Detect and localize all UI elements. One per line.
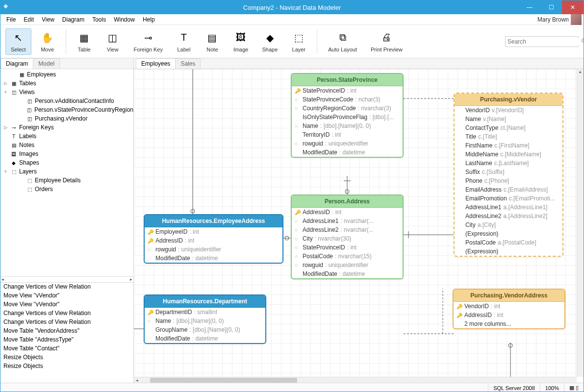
- history-item[interactable]: Change Vertices of View Relation: [0, 309, 133, 318]
- menu-view[interactable]: View: [38, 15, 58, 24]
- tool-layer[interactable]: ⬚Layer: [286, 29, 311, 54]
- column-row[interactable]: 🔑EmployeeID: int: [145, 227, 282, 236]
- tree-item[interactable]: 🖼Images: [0, 149, 133, 158]
- history-item[interactable]: Move Table "VendorAddress": [0, 327, 133, 336]
- tree-item[interactable]: ◆Shapes: [0, 158, 133, 167]
- column-row[interactable]: MiddleName c.[MiddleName]: [455, 150, 562, 159]
- tool-auto-layout[interactable]: ⧉Auto Layout: [323, 29, 362, 54]
- tool-foreign-key[interactable]: ⊸Foreign Key: [129, 29, 168, 54]
- sidebar-tab-model[interactable]: Model: [33, 58, 60, 69]
- menu-help[interactable]: Help: [139, 15, 159, 24]
- tree-item[interactable]: ▿⬚Layers: [0, 167, 133, 176]
- column-row[interactable]: IsOnlyStateProvinceFlag: [dbo].[...: [292, 113, 403, 122]
- history-item[interactable]: Change Vertices of View Relation: [0, 318, 133, 327]
- column-row[interactable]: ◇CountryRegionCode: nvarchar(3): [292, 104, 403, 113]
- entity-vvendor[interactable]: Purchasing.vVendorVendorID v.[VendorID]N…: [454, 93, 563, 257]
- tree-item[interactable]: ▷⊸Foreign Keys: [0, 123, 133, 132]
- column-row[interactable]: PostalCode a.[PostalCode]: [455, 238, 562, 247]
- tree-item[interactable]: TLabels: [0, 132, 133, 141]
- entity-stateprov[interactable]: Person.StateProvince🔑StateProvinceID: in…: [291, 73, 404, 158]
- column-row[interactable]: Phone c.[Phone]: [455, 176, 562, 185]
- column-row[interactable]: 🔑DepartmentID: smallint: [145, 308, 265, 317]
- tree-item[interactable]: ◫Purchasing.vVendor: [0, 114, 133, 123]
- menu-window[interactable]: Window: [110, 15, 139, 24]
- entity-header[interactable]: HumanResources.EmployeeAddress: [145, 215, 282, 227]
- column-row[interactable]: ContactType ct.[Name]: [455, 123, 562, 132]
- tool-view[interactable]: ◫View: [101, 29, 125, 54]
- tree-item[interactable]: ⬚Employee Details: [0, 176, 133, 185]
- menu-tools[interactable]: Tools: [88, 15, 110, 24]
- column-row[interactable]: Suffix c.[Suffix]: [455, 168, 562, 176]
- entity-header[interactable]: Person.Address: [292, 196, 403, 208]
- history-item[interactable]: Move View "vVendor": [0, 300, 133, 309]
- menu-edit[interactable]: Edit: [20, 15, 38, 24]
- entity-header[interactable]: Person.StateProvince: [292, 74, 403, 86]
- entity-dept[interactable]: HumanResources.Department🔑DepartmentID: …: [144, 294, 266, 344]
- column-row[interactable]: ModifiedDate: datetime: [292, 148, 403, 157]
- search-input[interactable]: 🔍: [505, 36, 579, 47]
- column-row[interactable]: FirstName c.[FirstName]: [455, 141, 562, 150]
- menu-diagram[interactable]: Diagram: [58, 15, 88, 24]
- tree-item[interactable]: ▷▦Tables: [0, 79, 133, 88]
- tree-item[interactable]: ◫Person.vAdditionalContactInfo: [0, 97, 133, 105]
- status-view-icons[interactable]: ▦ ▯: [564, 383, 584, 392]
- tree-item[interactable]: ◫Person.vStateProvinceCountryRegion: [0, 105, 133, 114]
- tool-note[interactable]: ▤Note: [200, 29, 225, 54]
- menu-file[interactable]: File: [2, 15, 20, 24]
- history-item[interactable]: Move Table "Contact": [0, 344, 133, 353]
- minimize-button[interactable]: —: [519, 0, 540, 14]
- column-row[interactable]: 🔑VendorID: int: [454, 302, 564, 311]
- close-button[interactable]: ✕: [562, 0, 584, 14]
- column-row[interactable]: ◇PostalCode: nvarchar(15): [292, 252, 403, 261]
- entity-header[interactable]: Purchasing.vVendor: [455, 94, 562, 106]
- maximize-button[interactable]: ☐: [540, 0, 562, 14]
- column-row[interactable]: 🔑AddressID: int: [145, 236, 282, 245]
- column-row[interactable]: ◇Name: [dbo].[Name](0, 0): [145, 317, 265, 325]
- column-row[interactable]: (Expression): [455, 229, 562, 238]
- column-row[interactable]: ◇AddressLine1: nvarchar(...: [292, 217, 403, 225]
- column-row[interactable]: ◇AddressLine2: nvarchar(...: [292, 225, 403, 234]
- h-scrollbar[interactable]: ◂: [134, 377, 577, 383]
- column-row[interactable]: ◇rowguid: uniqueidentifier: [292, 139, 403, 148]
- column-row[interactable]: GroupName: [dbo].[Name](0, 0): [145, 325, 265, 334]
- tool-image[interactable]: 🖼Image: [229, 29, 254, 54]
- column-row[interactable]: ModifiedDate: datetime: [145, 334, 265, 343]
- tool-select[interactable]: ↖Select: [5, 28, 31, 55]
- column-row[interactable]: EmailAddress c.[EmailAddress]: [455, 185, 562, 194]
- entity-vendaddr[interactable]: Purchasing.VendorAddress🔑VendorID: int🔑A…: [453, 289, 565, 329]
- column-row[interactable]: City a.[City]: [455, 220, 562, 229]
- tool-label[interactable]: TLabel: [172, 29, 196, 54]
- column-row[interactable]: 🔑AddressID: int: [454, 311, 564, 319]
- column-row[interactable]: ModifiedDate: datetime: [292, 270, 403, 278]
- column-row[interactable]: Title c.[Title]: [455, 132, 562, 141]
- history-item[interactable]: Move Table "AddressType": [0, 336, 133, 344]
- column-row[interactable]: ◇rowguid: uniqueidentifier: [145, 245, 282, 254]
- history-item[interactable]: Resize Objects: [0, 362, 133, 371]
- column-row[interactable]: AddressLine2 a.[AddressLine2]: [455, 212, 562, 220]
- avatar[interactable]: [571, 14, 582, 25]
- tree-item[interactable]: ▿◫Views: [0, 88, 133, 97]
- history-item[interactable]: Resize Objects: [0, 353, 133, 362]
- column-row[interactable]: ModifiedDate: datetime: [145, 254, 282, 263]
- column-row[interactable]: ◇StateProvinceID: int: [292, 243, 403, 252]
- tool-shape[interactable]: ◆Shape: [257, 29, 282, 54]
- column-row[interactable]: ◇StateProvinceCode: nchar(3): [292, 95, 403, 104]
- tool-print-preview[interactable]: 🖨Print Preview: [366, 29, 407, 54]
- column-row[interactable]: EmailPromotion c.[EmailPromoti...: [455, 194, 562, 203]
- column-row[interactable]: LastName c.[LastName]: [455, 159, 562, 168]
- canvas-tab-employees[interactable]: Employees: [136, 58, 176, 69]
- column-row[interactable]: ◇rowguid: uniqueidentifier: [292, 261, 403, 270]
- history-item[interactable]: Change Vertices of View Relation: [0, 283, 133, 292]
- tool-table[interactable]: ▦Table: [72, 29, 97, 54]
- canvas-tab-sales[interactable]: Sales: [175, 58, 201, 69]
- canvas[interactable]: ▴ ◂ Person.StateProvince🔑StateProvinceID…: [134, 69, 584, 383]
- user-name[interactable]: Mary Brown: [535, 16, 571, 23]
- column-row[interactable]: 🔑StateProvinceID: int: [292, 86, 403, 95]
- column-row[interactable]: 2 more columns...: [454, 319, 564, 328]
- column-row[interactable]: AddressLine1 a.[AddressLine1]: [455, 203, 562, 212]
- history-item[interactable]: Move View "vVendor": [0, 292, 133, 300]
- entity-header[interactable]: Purchasing.VendorAddress: [454, 290, 564, 302]
- v-scrollbar[interactable]: ▴: [577, 69, 584, 377]
- tree-item[interactable]: ▤Notes: [0, 141, 133, 149]
- entity-empaddr[interactable]: HumanResources.EmployeeAddress🔑EmployeeI…: [144, 214, 283, 264]
